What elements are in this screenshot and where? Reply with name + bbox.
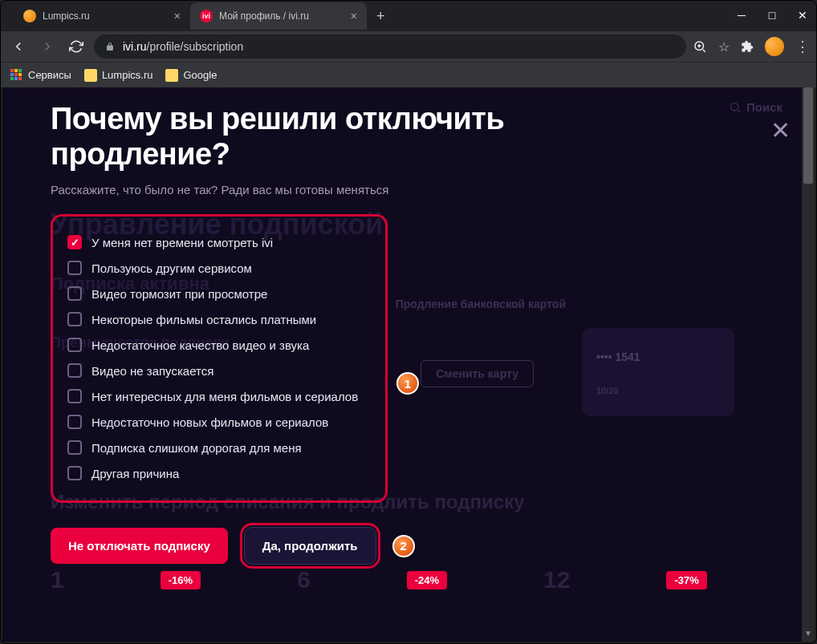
url-text: ivi.ru/profile/subscription [123, 40, 243, 53]
favicon-ivi: ivi [200, 10, 213, 22]
bookmark-google[interactable]: Google [165, 69, 217, 82]
back-button[interactable] [7, 35, 30, 58]
lock-icon [105, 42, 115, 51]
scroll-thumb[interactable] [803, 87, 813, 184]
window-titlebar: Lumpics.ru × ivi Мой профиль / ivi.ru × … [1, 1, 816, 31]
tab-title: Lumpics.ru [43, 10, 168, 22]
window-controls: ─ □ ✕ [736, 9, 808, 22]
checkbox-icon[interactable] [67, 389, 82, 403]
checkbox-icon[interactable] [67, 363, 82, 378]
bookmark-apps[interactable]: Сервисы [10, 69, 71, 82]
forward-button[interactable] [36, 35, 59, 58]
checkbox-icon[interactable] [67, 466, 82, 480]
toolbar-right: ☆ ⋮ [693, 37, 810, 56]
close-button[interactable]: ✕ [797, 9, 808, 22]
close-icon[interactable]: × [174, 10, 181, 22]
tabstrip: Lumpics.ru × ivi Мой профиль / ivi.ru × … [7, 1, 395, 31]
reason-item[interactable]: Видео не запускается [67, 358, 371, 383]
reason-item[interactable]: Подписка слишком дорогая для меня [67, 435, 371, 460]
reason-item[interactable]: Нет интересных для меня фильмов и сериал… [67, 383, 371, 409]
profile-avatar[interactable] [765, 37, 784, 56]
star-icon[interactable]: ☆ [718, 39, 730, 55]
reason-item[interactable]: Недостаточное качество видео и звука [67, 332, 371, 358]
tab-title: Мой профиль / ivi.ru [219, 10, 344, 22]
folder-icon [165, 69, 178, 82]
checkbox-icon[interactable] [67, 235, 82, 249]
reload-button[interactable] [65, 35, 87, 58]
menu-icon[interactable]: ⋮ [795, 38, 810, 55]
address-bar[interactable]: ivi.ru/profile/subscription [94, 34, 686, 59]
annotation-badge-1: 1 [396, 372, 419, 395]
reason-item[interactable]: Видео тормозит при просмотре [67, 281, 371, 306]
modal-close-button[interactable]: ✕ [770, 116, 791, 144]
modal-title: Почему вы решили отключить продление? [51, 102, 766, 172]
reasons-list: У меня нет времени смотреть ivi Пользуюс… [51, 214, 388, 503]
scrollbar[interactable]: ▲ ▼ [802, 87, 815, 642]
reason-item[interactable]: Пользуюсь другим сервисом [67, 255, 371, 281]
checkbox-icon[interactable] [67, 338, 82, 352]
bookmark-lumpics[interactable]: Lumpics.ru [84, 69, 153, 82]
browser-toolbar: ivi.ru/profile/subscription ☆ ⋮ [1, 31, 816, 62]
modal-actions: Не отключать подписку Да, продолжить 2 [51, 527, 766, 565]
apps-icon [10, 69, 23, 82]
checkbox-icon[interactable] [67, 415, 82, 429]
checkbox-icon[interactable] [67, 261, 82, 275]
reason-item[interactable]: Некоторые фильмы остались платными [67, 306, 371, 332]
scroll-down-icon[interactable]: ▼ [802, 629, 815, 642]
tab-lumpics[interactable]: Lumpics.ru × [14, 2, 190, 30]
reason-item[interactable]: У меня нет времени смотреть ivi [67, 229, 371, 255]
page-content: Поиск Управление подпиской Подписка акти… [2, 87, 815, 642]
extensions-icon[interactable] [741, 40, 754, 53]
zoom-icon[interactable] [693, 39, 707, 54]
bookmarks-bar: Сервисы Lumpics.ru Google [1, 62, 816, 87]
keep-subscription-button[interactable]: Не отключать подписку [51, 528, 228, 564]
checkbox-icon[interactable] [67, 286, 82, 301]
continue-button[interactable]: Да, продолжить [244, 527, 376, 565]
annotation-badge-2: 2 [392, 535, 415, 557]
tab-ivi[interactable]: ivi Мой профиль / ivi.ru × [190, 2, 367, 30]
favicon-lumpics [23, 10, 36, 22]
reason-item[interactable]: Другая причина [67, 460, 371, 486]
minimize-button[interactable]: ─ [736, 9, 747, 22]
folder-icon [84, 69, 97, 82]
new-tab-button[interactable]: + [367, 8, 395, 25]
bookmark-label: Lumpics.ru [102, 69, 153, 81]
reason-item[interactable]: Недостаточно новых фильмов и сериалов [67, 409, 371, 435]
checkbox-icon[interactable] [67, 312, 82, 326]
bookmark-label: Google [183, 69, 217, 81]
bookmark-label: Сервисы [28, 69, 71, 81]
checkbox-icon[interactable] [67, 440, 82, 455]
modal-subtitle: Расскажите, что было не так? Ради вас мы… [51, 183, 766, 196]
cancel-modal: ✕ Почему вы решили отключить продление? … [2, 87, 815, 642]
close-icon[interactable]: × [351, 10, 357, 22]
maximize-button[interactable]: □ [766, 9, 778, 22]
